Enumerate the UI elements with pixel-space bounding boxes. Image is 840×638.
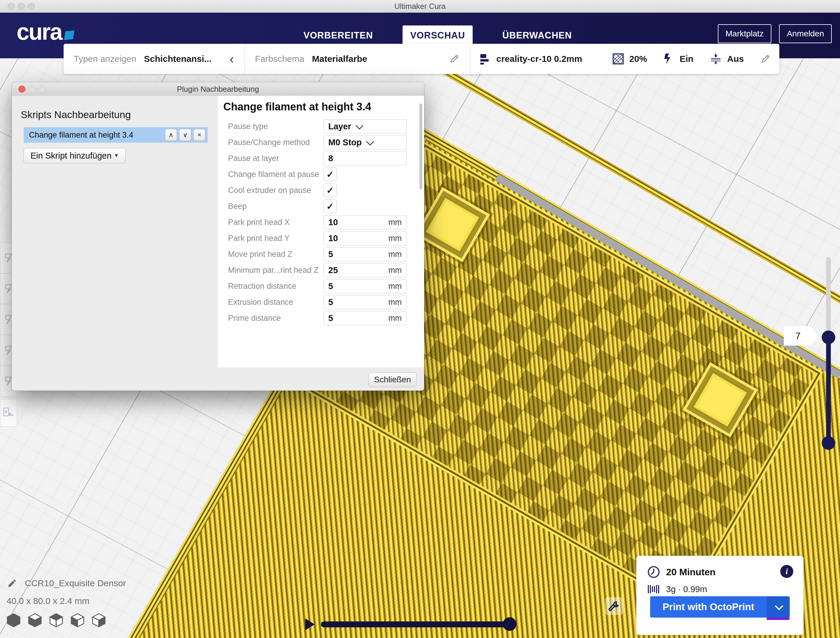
remove-script-button[interactable]: × — [193, 129, 205, 141]
app-window: Ultimaker Cura cura VORBEREITEN VORSCHAU… — [0, 0, 840, 638]
window-titlebar: Ultimaker Cura — [0, 0, 840, 13]
field-label: Pause type — [228, 122, 323, 131]
text-field[interactable]: 5mm — [323, 279, 407, 293]
tab-ueberwachen[interactable]: ÜBERWACHEN — [494, 25, 579, 46]
field-label: Cool extruder on pause — [228, 186, 323, 195]
3d-view-icon[interactable] — [6, 613, 21, 627]
dialog-titlebar[interactable]: Plugin Nachbearbeitung — [12, 82, 424, 96]
settings-row: Park print head Y10mm — [218, 230, 424, 246]
field-label: Prime distance — [228, 313, 323, 323]
settings-row: Prime distance5mm — [218, 310, 424, 326]
view-type-label: Typen anzeigen — [74, 54, 136, 64]
qr-finder-square — [422, 195, 483, 255]
adhesion-value[interactable]: Aus — [727, 54, 744, 64]
print-estimate-card: 20 Minuten i 3g · 0.99m Print with OctoP… — [636, 556, 804, 635]
checkbox-field[interactable]: ✓ — [323, 184, 337, 197]
play-simulation-button[interactable] — [305, 619, 315, 630]
left-view-icon[interactable] — [70, 613, 85, 627]
view-toolbar: Typen anzeigen Schichtenansi... ‹ Farbsc… — [63, 44, 779, 74]
move-script-down-button[interactable]: ∨ — [179, 129, 191, 141]
text-field[interactable]: 5mm — [323, 247, 407, 261]
close-dialog-button[interactable]: Schließen — [368, 372, 417, 387]
marketplace-button[interactable]: Marktplatz — [718, 24, 771, 43]
cura-logo: cura — [17, 20, 74, 43]
info-icon[interactable]: i — [780, 565, 793, 578]
field-label: Change filament at pause — [228, 170, 323, 179]
text-field[interactable]: 10mm — [323, 231, 407, 245]
color-scheme-value[interactable]: Materialfarbe — [312, 54, 367, 64]
infill-icon — [612, 53, 624, 65]
text-field[interactable]: 8 — [323, 151, 407, 165]
infill-value[interactable]: 20% — [629, 54, 647, 64]
add-script-button[interactable]: Ein Skript hinzufügen▼ — [24, 148, 126, 163]
unit-label: mm — [388, 282, 402, 291]
select-field[interactable]: Layer — [323, 119, 407, 133]
script-settings-heading: Change filament at height 3.4 — [223, 101, 371, 113]
field-label: Park print head Y — [228, 234, 323, 243]
field-label: Retraction distance — [228, 282, 323, 291]
checkbox-field[interactable]: ✓ — [323, 168, 337, 181]
move-script-up-button[interactable]: ∧ — [165, 129, 177, 141]
dialog-scrollbar[interactable] — [419, 104, 422, 189]
support-blocker-icon[interactable] — [0, 399, 17, 427]
settings-row: Minimum par...rint head Z25mm — [218, 262, 424, 278]
view-mode-buttons — [6, 613, 106, 627]
field-label: Pause at layer — [228, 154, 323, 163]
post-processing-dialog: Plugin Nachbearbeitung Skripts Nachbearb… — [12, 82, 424, 391]
rename-pencil-icon[interactable] — [6, 578, 18, 589]
object-info: CCR10_Exquisite Densor 40.0 x 80.0 x 2.4… — [6, 578, 126, 606]
view-type-value[interactable]: Schichtenansi... — [144, 54, 212, 64]
adhesion-icon — [710, 53, 722, 65]
dropdown-caret-icon: ▼ — [114, 153, 119, 158]
wrench-icon — [608, 600, 620, 612]
print-options-chevron-icon[interactable] — [767, 596, 790, 617]
unit-label: mm — [388, 313, 402, 323]
field-label: Extrusion distance — [228, 298, 323, 307]
text-field[interactable]: 5mm — [323, 295, 407, 309]
object-dimensions: 40.0 x 80.0 x 2.4 mm — [6, 596, 126, 606]
filament-icon — [647, 583, 660, 595]
layers-icon — [480, 53, 491, 65]
cura-logo-dot-icon — [64, 30, 74, 40]
monitor-tools-chip[interactable] — [605, 597, 623, 615]
text-field[interactable]: 10mm — [323, 215, 407, 230]
unit-label: mm — [388, 218, 402, 227]
layer-slider-top-handle[interactable] — [822, 331, 835, 344]
print-with-octoprint-button[interactable]: Print with OctoPrint — [650, 596, 790, 617]
settings-row: Pause at layer8 — [218, 150, 424, 166]
tab-vorbereiten[interactable]: VORBEREITEN — [296, 25, 381, 46]
unit-label: mm — [388, 250, 402, 259]
unit-label: mm — [388, 298, 402, 307]
layer-slider-range[interactable] — [826, 337, 831, 443]
window-title: Ultimaker Cura — [0, 0, 840, 13]
text-field[interactable]: 5mm — [323, 311, 407, 325]
settings-row: Beep✓ — [218, 198, 424, 214]
print-time-estimate: 20 Minuten — [666, 567, 715, 578]
select-field[interactable]: M0 Stop — [323, 135, 407, 149]
right-view-icon[interactable] — [92, 613, 106, 627]
script-list-item[interactable]: Change filament at height 3.4 ∧ ∨ × — [24, 127, 208, 142]
sign-in-button[interactable]: Anmelden — [779, 24, 832, 43]
edit-pencil-icon[interactable] — [449, 54, 459, 64]
checkbox-field[interactable]: ✓ — [323, 199, 337, 213]
dialog-footer: Schließen — [12, 367, 424, 391]
top-view-icon[interactable] — [49, 613, 63, 627]
layer-indicator-flag: 7 — [784, 326, 818, 346]
chevron-down-icon — [355, 122, 363, 130]
script-settings-form: Pause typeLayerPause/Change methodM0 Sto… — [218, 119, 424, 326]
simulation-slider-track[interactable] — [321, 621, 513, 627]
unit-label: mm — [388, 266, 402, 275]
text-field[interactable]: 25mm — [323, 263, 407, 277]
front-view-icon[interactable] — [28, 613, 42, 627]
clock-icon — [647, 565, 660, 578]
simulation-slider-handle[interactable] — [503, 617, 516, 631]
support-value[interactable]: Ein — [680, 54, 693, 64]
tab-vorschau[interactable]: VORSCHAU — [403, 25, 473, 46]
field-label: Park print head X — [228, 218, 323, 227]
printer-profile-value[interactable]: creality-cr-10 0.2mm — [496, 54, 582, 64]
settings-row: Retraction distance5mm — [218, 278, 424, 294]
script-list-item-label: Change filament at height 3.4 — [29, 130, 133, 140]
edit-print-settings-pencil-icon[interactable] — [760, 54, 771, 64]
object-name[interactable]: CCR10_Exquisite Densor — [25, 578, 126, 588]
layer-slider-bottom-handle[interactable] — [822, 436, 835, 450]
